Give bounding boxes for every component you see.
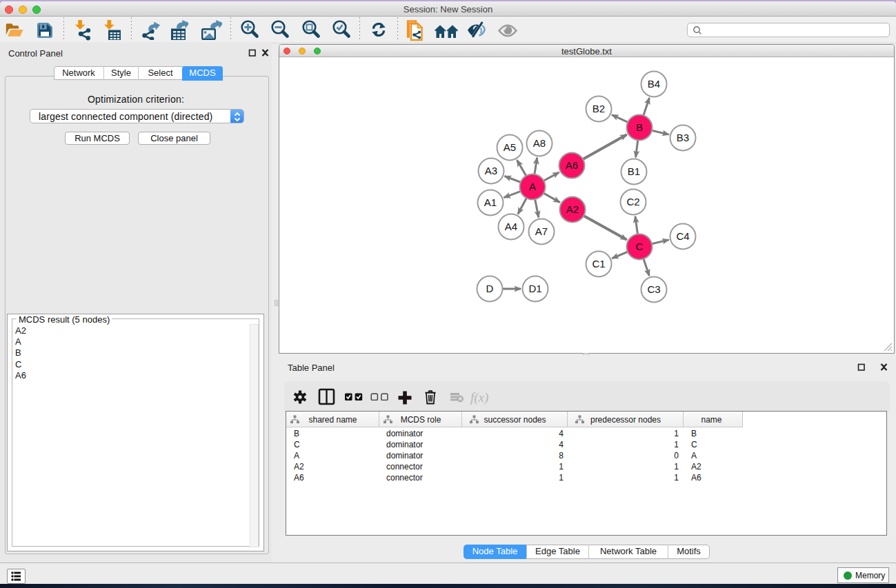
svg-text:B1: B1 [628,165,640,177]
svg-text:A1: A1 [484,196,497,208]
svg-text:A5: A5 [504,141,516,153]
svg-text:C2: C2 [626,196,639,207]
svg-text:B: B [636,121,643,133]
svg-text:C4: C4 [676,230,689,242]
svg-text:A8: A8 [533,137,546,149]
svg-text:B3: B3 [677,132,689,143]
svg-text:C: C [636,241,644,252]
svg-text:A7: A7 [535,225,548,237]
svg-text:C1: C1 [592,258,605,270]
svg-text:f(x): f(x) [470,390,488,405]
svg-text:C3: C3 [647,283,660,295]
svg-text:B2: B2 [593,103,605,114]
svg-text:A3: A3 [485,165,497,176]
svg-text:D: D [486,283,494,294]
svg-text:A4: A4 [505,221,517,232]
svg-text:A: A [529,181,536,192]
svg-text:A6: A6 [566,159,578,171]
svg-text:A2: A2 [566,203,579,215]
svg-text:D1: D1 [528,283,541,294]
svg-text:B4: B4 [648,78,660,90]
